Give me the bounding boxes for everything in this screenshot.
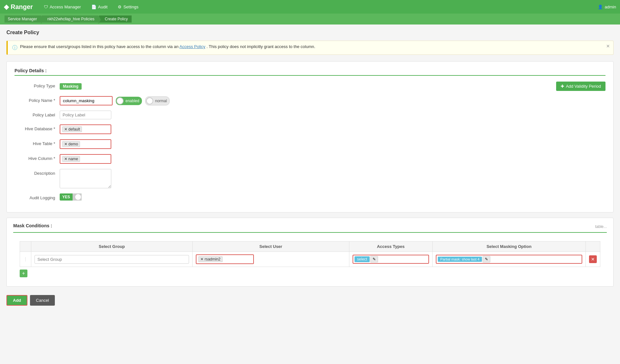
brand-name: Ranger <box>11 3 33 11</box>
top-navigation: ◆ Ranger 🛡 Access Manager 📄 Audit ⚙ Sett… <box>0 0 620 14</box>
enabled-knob <box>117 98 123 104</box>
nav-settings-label: Settings <box>123 5 138 9</box>
access-type-edit-button[interactable]: ✎ <box>370 256 378 262</box>
hive-database-input[interactable]: ✕ default <box>60 124 111 134</box>
shield-icon: 🛡 <box>44 5 48 9</box>
add-row-button[interactable]: + <box>20 270 27 277</box>
hive-table-tag: ✕ demo <box>62 141 80 147</box>
mask-conditions-header-row: Mask Conditions : table... <box>13 223 607 233</box>
masking-option-tag: Partial mask: show last 4 <box>438 257 482 262</box>
ranger-logo-icon: ◆ <box>4 3 9 11</box>
normal-toggle[interactable]: normal <box>145 96 170 105</box>
audit-icon: 📄 <box>91 5 96 9</box>
hive-column-input[interactable]: ✕ name <box>60 154 111 164</box>
gear-icon: ⚙ <box>118 5 122 9</box>
enabled-toggle-pill <box>116 97 124 104</box>
nav-items: 🛡 Access Manager 📄 Audit ⚙ Settings <box>39 3 598 11</box>
table-header-row: Select Group Select User Access Types Se… <box>20 241 600 252</box>
tag-remove-icon-table[interactable]: ✕ <box>64 142 67 146</box>
policy-label-label: Policy Label <box>15 111 60 117</box>
nav-access-manager[interactable]: 🛡 Access Manager <box>39 3 85 11</box>
audit-toggle[interactable]: YES <box>60 193 82 201</box>
drag-handle-icon: ⋮ <box>23 257 28 262</box>
hive-column-row: Hive Column * ✕ name <box>15 154 605 164</box>
bottom-actions: Add Cancel <box>6 292 614 309</box>
hive-table-row: Hive Table * ✕ demo <box>15 139 605 149</box>
normal-label: normal <box>155 99 167 103</box>
hive-database-label: Hive Database * <box>15 124 60 131</box>
admin-area: 👤 admin <box>598 5 616 9</box>
user-tag: ✕ rsadmin2 <box>198 256 222 262</box>
audit-knob <box>75 194 81 200</box>
access-type-tag: select <box>355 256 370 262</box>
breadcrumb-create-policy[interactable]: Create Policy <box>99 15 132 23</box>
alert-text: Please ensure that users/groups listed i… <box>20 44 315 49</box>
breadcrumb-label-1: nkh22whcllap_hive Policies <box>47 17 95 21</box>
cancel-button[interactable]: Cancel <box>30 295 55 306</box>
add-button[interactable]: Add <box>6 295 27 306</box>
breadcrumb-hive-policies[interactable]: nkh22whcllap_hive Policies <box>42 15 98 23</box>
hive-table-input[interactable]: ✕ demo <box>60 139 111 149</box>
policy-label-control <box>60 111 605 119</box>
alert-text-after: . This policy does not implicitly grant … <box>206 44 315 49</box>
add-validity-button[interactable]: ✚ Add Validity Period <box>556 82 605 91</box>
alert-close-button[interactable]: ✕ <box>606 44 610 49</box>
audit-logging-control: YES <box>60 193 605 201</box>
breadcrumb-bar: Service Manager nkh22whcllap_hive Polici… <box>0 14 620 25</box>
tag-remove-icon[interactable]: ✕ <box>64 127 67 132</box>
delete-row-button[interactable]: ✕ <box>589 255 597 263</box>
mask-conditions-section: Mask Conditions : table... Select Group … <box>6 218 614 287</box>
add-validity-label: Add Validity Period <box>566 84 601 89</box>
page-title: Create Policy <box>6 30 614 35</box>
hive-database-value: default <box>68 127 80 132</box>
user-icon: 👤 <box>598 5 603 9</box>
masking-option-cell: Partial mask: show last 4 ✎ <box>432 252 585 267</box>
nav-settings[interactable]: ⚙ Settings <box>113 3 143 11</box>
enabled-toggle[interactable]: enabled <box>116 97 142 105</box>
actions-column-header <box>586 241 600 252</box>
tag-remove-icon-column[interactable]: ✕ <box>64 157 67 161</box>
masking-badge: Masking <box>60 83 82 90</box>
description-row: Description <box>15 169 605 188</box>
nav-audit[interactable]: 📄 Audit <box>87 3 112 11</box>
audit-logging-label: Audit Logging <box>15 193 60 200</box>
select-group-input[interactable] <box>35 255 189 264</box>
policy-label-input[interactable] <box>60 111 111 119</box>
breadcrumb-service-manager[interactable]: Service Manager <box>5 15 41 23</box>
table-body: ⋮ ✕ rsadmin2 <box>20 252 600 267</box>
breadcrumb-label-0: Service Manager <box>8 17 37 21</box>
nav-audit-label: Audit <box>98 5 108 9</box>
description-label: Description <box>15 169 60 176</box>
user-tag-remove[interactable]: ✕ <box>200 257 204 261</box>
description-control <box>60 169 605 188</box>
nav-access-manager-label: Access Manager <box>50 5 81 9</box>
drag-handle-cell: ⋮ <box>20 252 31 267</box>
hive-table-value: demo <box>68 142 78 146</box>
policy-type-control: Masking ✚ Add Validity Period <box>60 82 605 91</box>
hive-column-tag: ✕ name <box>62 156 80 162</box>
table-info: table... <box>595 224 607 229</box>
policy-name-input[interactable] <box>60 97 112 105</box>
hive-database-tag: ✕ default <box>62 126 82 132</box>
masking-option-edit-button[interactable]: ✎ <box>483 256 490 262</box>
breadcrumb-label-2: Create Policy <box>105 17 128 21</box>
alert-link[interactable]: Access Policy <box>179 44 205 49</box>
plus-circle-icon: ✚ <box>561 84 564 89</box>
alert-box: ⓘ Please ensure that users/groups listed… <box>6 41 614 55</box>
masking-option-control[interactable]: Partial mask: show last 4 ✎ <box>436 255 582 264</box>
page-content: Create Policy ⓘ Please ensure that users… <box>0 25 620 314</box>
audit-yes-label: YES <box>60 194 73 200</box>
select-user-input[interactable]: ✕ rsadmin2 <box>196 254 254 264</box>
policy-details-section: Policy Details : Policy Type Masking ✚ A… <box>6 61 614 212</box>
mask-conditions-header: Mask Conditions : <box>13 223 52 230</box>
select-group-header: Select Group <box>31 241 193 252</box>
info-icon: ⓘ <box>12 44 17 51</box>
policy-type-row: Policy Type Masking ✚ Add Validity Perio… <box>15 82 605 91</box>
description-input[interactable] <box>60 169 111 188</box>
hive-database-row: Hive Database * ✕ default <box>15 124 605 134</box>
policy-name-label: Policy Name * <box>15 96 60 103</box>
access-type-control[interactable]: select ✎ <box>353 255 429 264</box>
select-group-cell <box>31 252 193 267</box>
access-types-cell: select ✎ <box>349 252 432 267</box>
normal-knob <box>147 98 153 104</box>
